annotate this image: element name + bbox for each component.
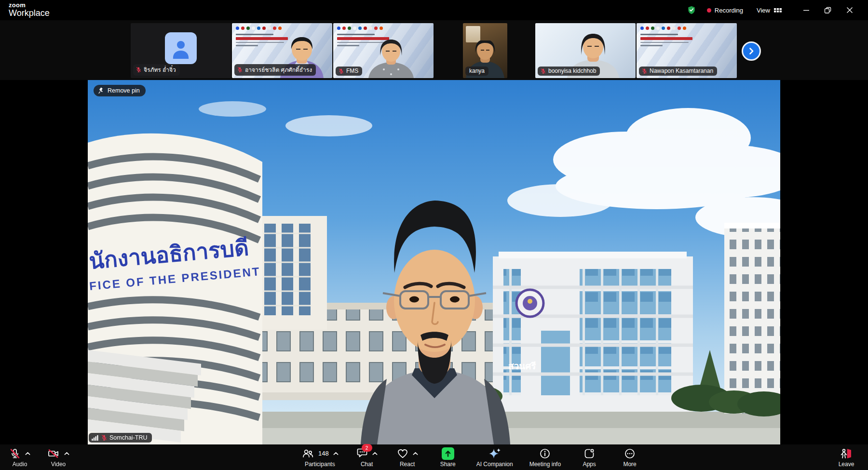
zoom-workplace-logo: zoom Workplace (9, 2, 50, 18)
recording-indicator[interactable]: Recording (707, 7, 743, 14)
remove-pin-label: Remove pin (108, 87, 140, 94)
pin-icon (98, 87, 104, 94)
toolbar-left-group: Audio Video (7, 447, 71, 468)
ai-companion-label: AI Companion (476, 461, 513, 468)
annex-building (256, 216, 327, 330)
window-light (466, 26, 480, 42)
next-page-button[interactable] (742, 41, 761, 61)
brand-zoom: zoom (9, 2, 50, 9)
muted-mic-icon (339, 68, 344, 74)
audio-options-caret[interactable] (25, 452, 30, 456)
apps-icon (583, 448, 595, 459)
info-icon (539, 448, 551, 459)
video-button[interactable]: Video (45, 447, 71, 468)
leave-label: Leave (839, 461, 854, 468)
participant-video-person (355, 40, 427, 78)
entrance-steps (88, 350, 201, 444)
encryption-shield-icon[interactable] (687, 5, 696, 15)
banner-logos (236, 27, 282, 30)
connection-quality-icon (92, 435, 99, 441)
share-screen-icon (442, 447, 454, 460)
participant-name: อาจารย์ชวลิต ศุภศักดิ์ธำรง (245, 65, 312, 74)
participant-filmstrip: จิรภัทร อ่ำจิ๋ว อาจารย์ชวลิต ศุภ (0, 20, 868, 80)
avatar (165, 32, 197, 64)
title-bar: zoom Workplace Recording View (0, 0, 868, 20)
speaker-video-scene: สวนศรี (88, 80, 780, 444)
far-right-building (724, 223, 780, 414)
ai-companion-button[interactable]: AI Companion (475, 447, 514, 468)
speaker-name: Somchai-TRU (109, 434, 148, 441)
recording-label: Recording (715, 7, 743, 14)
minimize-button[interactable] (795, 0, 817, 20)
main-stage: สวนศรี (0, 80, 868, 444)
muted-camera-icon (47, 448, 60, 459)
participant-name: boonyisa kidchhob (548, 67, 596, 74)
participant-name-tag: Nawapon Kasamtaranan (639, 67, 717, 76)
participant-thumbnail[interactable]: boonyisa kidchhob (535, 23, 636, 78)
participant-name: kanya (469, 67, 485, 74)
restore-button[interactable] (817, 0, 839, 20)
muted-mic-icon (642, 68, 647, 74)
meeting-info-button[interactable]: Meeting info (529, 447, 562, 468)
chevron-right-icon (747, 47, 756, 55)
meeting-info-label: Meeting info (529, 461, 561, 468)
participant-thumbnail[interactable]: จิรภัทร อ่ำจิ๋ว (131, 23, 231, 78)
gallery-view-icon (774, 7, 782, 13)
participant-thumbnail[interactable]: FMS (333, 23, 434, 78)
pinned-video[interactable]: สวนศรี (88, 80, 780, 444)
more-label: More (623, 461, 636, 468)
share-screen-button[interactable]: Share (435, 447, 461, 468)
video-options-caret[interactable] (64, 452, 69, 456)
banner-logos (337, 27, 383, 30)
leave-meeting-icon (840, 448, 853, 459)
muted-mic-icon (237, 67, 243, 73)
toolbar-right-group: Leave (833, 447, 859, 468)
video-label: Video (51, 461, 66, 468)
participant-thumbnail[interactable]: อาจารย์ชวลิต ศุภศักดิ์ธำรง (232, 23, 332, 78)
participants-count: 148 (318, 450, 329, 457)
meeting-toolbar: Audio Video (0, 444, 868, 470)
banner-logos (640, 27, 686, 30)
brand-workplace: Workplace (9, 9, 50, 18)
participant-name-tag: จิรภัทร อ่ำจิ๋ว (133, 64, 180, 76)
remove-pin-button[interactable]: Remove pin (94, 85, 146, 96)
apps-label: Apps (583, 461, 596, 468)
react-label: React (400, 461, 415, 468)
audio-button[interactable]: Audio (7, 447, 33, 468)
chat-button[interactable]: 2 Chat (354, 447, 380, 468)
zoom-meeting-window: zoom Workplace Recording View (0, 0, 868, 470)
muted-mic-icon (541, 68, 546, 74)
audio-label: Audio (13, 461, 27, 468)
view-button[interactable]: View (754, 6, 785, 14)
participant-name-tag: FMS (336, 67, 362, 76)
leave-button[interactable]: Leave (833, 447, 859, 468)
banner-text-lines (640, 34, 698, 48)
toolbar-center-group: 148 Participants (300, 447, 643, 468)
react-button[interactable]: React (394, 447, 420, 468)
participant-name-tag: อาจารย์ชวลิต ศุภศักดิ์ธำรง (234, 64, 316, 76)
recording-dot-icon (707, 8, 711, 13)
titlebar-right-controls: Recording View (687, 0, 868, 20)
heart-react-icon (397, 448, 408, 459)
participant-name: Nawapon Kasamtaranan (650, 67, 713, 74)
participant-thumbnail[interactable]: kanya (463, 23, 507, 78)
participants-button[interactable]: 148 Participants (300, 447, 339, 468)
participant-name: FMS (346, 67, 358, 74)
react-caret[interactable] (413, 452, 418, 456)
more-button[interactable]: More (617, 447, 643, 468)
muted-mic-icon (101, 434, 107, 441)
close-button[interactable] (839, 0, 860, 20)
apps-button[interactable]: Apps (576, 447, 602, 468)
participant-name-tag: boonyisa kidchhob (538, 67, 600, 76)
window-controls (795, 0, 860, 20)
speaker-name-tag: Somchai-TRU (89, 433, 152, 443)
chat-unread-badge: 2 (362, 444, 372, 452)
participants-icon (301, 448, 314, 459)
chat-caret[interactable] (372, 452, 378, 456)
right-building-sign: สวนศรี (508, 361, 536, 371)
participants-caret[interactable] (333, 452, 339, 456)
right-building: สวนศรี (493, 252, 693, 412)
participant-thumbnail[interactable]: Nawapon Kasamtaranan (637, 23, 737, 78)
participants-label: Participants (305, 461, 335, 468)
view-label: View (757, 7, 770, 14)
